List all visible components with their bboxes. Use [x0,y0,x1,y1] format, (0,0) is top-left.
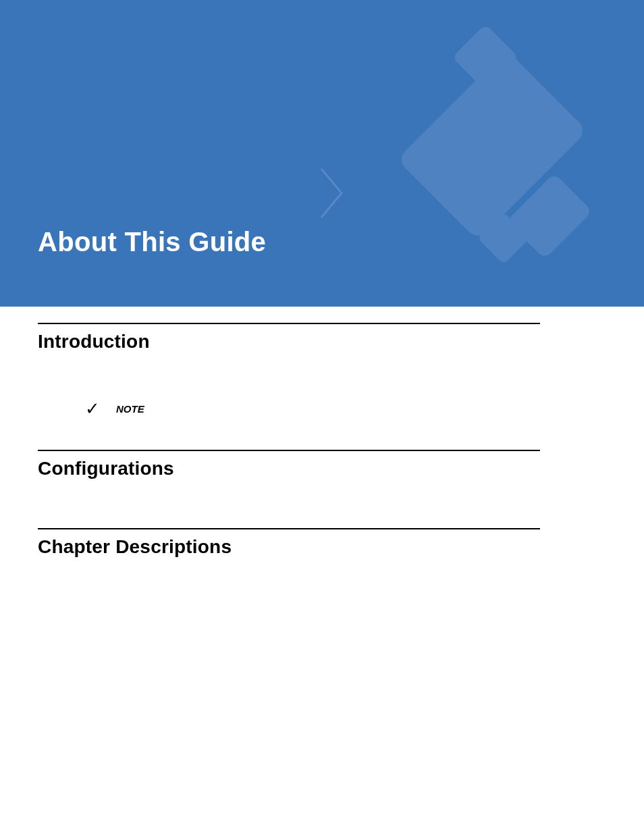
section-chapter-descriptions: Chapter Descriptions [38,528,540,558]
section-heading: Chapter Descriptions [38,536,540,558]
section-introduction: Introduction ✓ NOTE [38,323,540,417]
section-rule [38,323,540,324]
note-block: ✓ NOTE [85,400,540,417]
section-heading: Introduction [38,331,540,353]
section-rule [38,528,540,529]
chapter-banner: About This Guide [0,0,644,307]
chapter-title: About This Guide [38,227,266,257]
section-configurations: Configurations [38,450,540,479]
note-label: NOTE [116,403,144,415]
section-rule [38,450,540,451]
section-heading: Configurations [38,458,540,479]
checkmark-icon: ✓ [85,400,100,417]
device-graphic-icon [360,20,644,304]
chevron-right-icon [319,166,346,220]
